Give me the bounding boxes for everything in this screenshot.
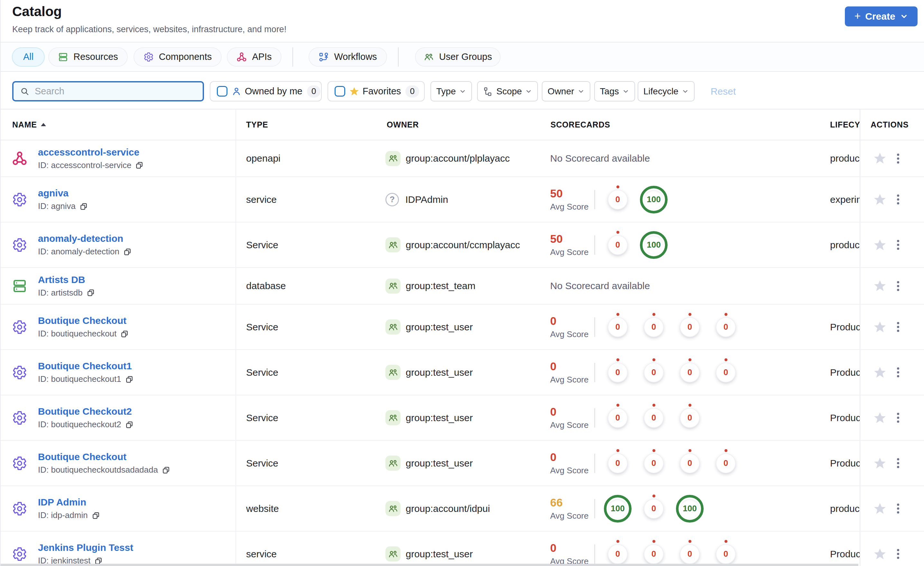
entity-name-link[interactable]: agniva xyxy=(38,188,88,198)
favorite-star-icon[interactable] xyxy=(873,547,886,561)
scorecard-badge-fail[interactable]: 0 xyxy=(644,409,663,427)
table-row[interactable]: Boutique CheckoutID: boutiquecheckoutdsa… xyxy=(1,441,924,486)
more-options-icon[interactable] xyxy=(896,152,900,165)
tab-all[interactable]: All xyxy=(12,47,45,67)
scorecard-badge-fail[interactable]: 0 xyxy=(644,499,663,518)
table-row[interactable]: Boutique Checkout2ID: boutiquecheckout2S… xyxy=(1,395,924,441)
more-options-icon[interactable] xyxy=(896,411,900,424)
tab-apis[interactable]: APIs xyxy=(227,47,282,67)
scorecard-badge-fail[interactable]: 0 xyxy=(608,190,627,209)
column-header-type[interactable]: TYPE xyxy=(236,110,380,140)
more-options-icon[interactable] xyxy=(896,366,900,379)
scorecard-badge-fail[interactable]: 0 xyxy=(717,363,735,382)
scorecard-badge-fail[interactable]: 0 xyxy=(681,363,699,382)
owned-by-me-filter-checkbox[interactable] xyxy=(217,86,228,96)
more-options-icon[interactable] xyxy=(896,280,900,292)
copy-icon[interactable] xyxy=(125,420,134,429)
scorecard-badge-fail[interactable]: 0 xyxy=(608,318,627,336)
tab-workflows[interactable]: Workflows xyxy=(309,47,387,67)
entity-name-link[interactable]: Boutique Checkout xyxy=(38,452,170,462)
column-header-owner[interactable]: OWNER xyxy=(380,110,548,140)
scorecard-badge-fail[interactable]: 0 xyxy=(608,236,627,254)
copy-icon[interactable] xyxy=(87,289,95,297)
entity-name-link[interactable]: Jenkins Plugin Tesst xyxy=(38,542,133,553)
create-button[interactable]: + Create xyxy=(845,6,918,26)
more-options-icon[interactable] xyxy=(896,193,900,206)
search-input[interactable] xyxy=(12,81,204,101)
entity-name-link[interactable]: Boutique Checkout xyxy=(38,315,129,326)
owner-dropdown[interactable]: Owner xyxy=(542,81,590,101)
copy-icon[interactable] xyxy=(120,330,129,338)
entity-name-link[interactable]: Boutique Checkout1 xyxy=(38,361,134,371)
favorite-star-icon[interactable] xyxy=(873,502,886,515)
table-row[interactable]: accesscontrol-serviceID: accesscontrol-s… xyxy=(1,140,924,177)
favorite-star-icon[interactable] xyxy=(873,152,886,165)
tab-resources[interactable]: Resources xyxy=(48,47,128,67)
scorecard-badge-fail[interactable]: 0 xyxy=(644,454,663,473)
column-header-scorecards[interactable]: SCORECARDS xyxy=(548,110,827,140)
more-options-icon[interactable] xyxy=(896,548,900,560)
copy-icon[interactable] xyxy=(135,161,144,169)
copy-icon[interactable] xyxy=(123,248,132,256)
entity-name-link[interactable]: IDP Admin xyxy=(38,497,100,507)
scorecard-badge-fail[interactable]: 0 xyxy=(608,409,627,427)
favorite-star-icon[interactable] xyxy=(873,411,886,424)
copy-icon[interactable] xyxy=(80,202,88,211)
scorecard-badge-fail[interactable]: 0 xyxy=(717,318,735,336)
entity-name-link[interactable]: accesscontrol-service xyxy=(38,147,144,157)
tab-components[interactable]: Components xyxy=(134,47,222,67)
column-header-name[interactable]: NAME xyxy=(1,110,236,140)
copy-icon[interactable] xyxy=(162,466,170,474)
entity-name-link[interactable]: Boutique Checkout2 xyxy=(38,406,134,417)
scorecard-badge-fail[interactable]: 0 xyxy=(681,318,699,336)
scorecard-badge-fail[interactable]: 0 xyxy=(608,454,627,473)
table-row[interactable]: Artists DBID: artistsdbdatabasegroup:tes… xyxy=(1,268,924,304)
entity-name-link[interactable]: Artists DB xyxy=(38,274,95,285)
copy-icon[interactable] xyxy=(125,375,134,384)
more-options-icon[interactable] xyxy=(896,239,900,251)
more-options-icon[interactable] xyxy=(896,457,900,470)
lifecycle-dropdown[interactable]: Lifecycle xyxy=(638,81,694,101)
row-actions xyxy=(860,268,924,304)
scorecard-badge-fail[interactable]: 0 xyxy=(717,454,735,473)
table-row[interactable]: Boutique Checkout1ID: boutiquecheckout1S… xyxy=(1,350,924,395)
scope-dropdown[interactable]: Scope xyxy=(477,81,538,101)
favorite-star-icon[interactable] xyxy=(873,193,886,206)
copy-icon[interactable] xyxy=(92,511,100,519)
table-row[interactable]: anomaly-detectionID: anomaly-detectionSe… xyxy=(1,223,924,268)
tab-user-groups[interactable]: User Groups xyxy=(415,47,501,67)
scorecard-badge-fail[interactable]: 0 xyxy=(644,545,663,563)
favorite-star-icon[interactable] xyxy=(873,366,886,379)
scorecard-badge-fail[interactable]: 0 xyxy=(681,454,699,473)
scorecard-badge-fail[interactable]: 0 xyxy=(608,545,627,563)
scorecard-badge-fail[interactable]: 0 xyxy=(681,409,699,427)
scorecard-badge-pass[interactable]: 100 xyxy=(640,186,668,214)
favorite-star-icon[interactable] xyxy=(873,456,886,470)
search-field[interactable] xyxy=(35,86,196,96)
scorecard-badge-fail[interactable]: 0 xyxy=(717,545,735,563)
table-row[interactable]: agnivaID: agnivaservice?IDPAdmin50Avg Sc… xyxy=(1,177,924,223)
favorite-star-icon[interactable] xyxy=(873,279,886,293)
more-options-icon[interactable] xyxy=(896,321,900,333)
scorecard-badge-fail[interactable]: 0 xyxy=(608,363,627,382)
favorite-star-icon[interactable] xyxy=(873,321,886,334)
favorites-filter[interactable]: Favorites0 xyxy=(327,81,424,101)
table-row[interactable]: IDP AdminID: idp-adminwebsitegroup:accou… xyxy=(1,486,924,531)
entity-name-link[interactable]: anomaly-detection xyxy=(38,233,132,244)
tags-dropdown[interactable]: Tags xyxy=(594,81,635,101)
favorites-filter-checkbox[interactable] xyxy=(334,86,345,96)
type-dropdown[interactable]: Type xyxy=(430,81,472,101)
reset-filters-button[interactable]: Reset xyxy=(711,86,736,97)
horizontal-scrollbar[interactable] xyxy=(1,564,858,566)
table-row[interactable]: Jenkins Plugin TesstID: jenkinstestservi… xyxy=(1,531,924,566)
scorecard-badge-pass[interactable]: 100 xyxy=(604,495,632,522)
favorite-star-icon[interactable] xyxy=(873,238,886,252)
scorecard-badge-pass[interactable]: 100 xyxy=(640,231,668,259)
scorecard-badge-fail[interactable]: 0 xyxy=(644,318,663,336)
scorecard-badge-fail[interactable]: 0 xyxy=(644,363,663,382)
more-options-icon[interactable] xyxy=(896,502,900,515)
owned-by-me-filter[interactable]: Owned by me0 xyxy=(210,81,322,101)
scorecard-badge-fail[interactable]: 0 xyxy=(681,545,699,563)
scorecard-badge-pass[interactable]: 100 xyxy=(676,495,704,522)
table-row[interactable]: Boutique CheckoutID: boutiquecheckoutSer… xyxy=(1,304,924,350)
